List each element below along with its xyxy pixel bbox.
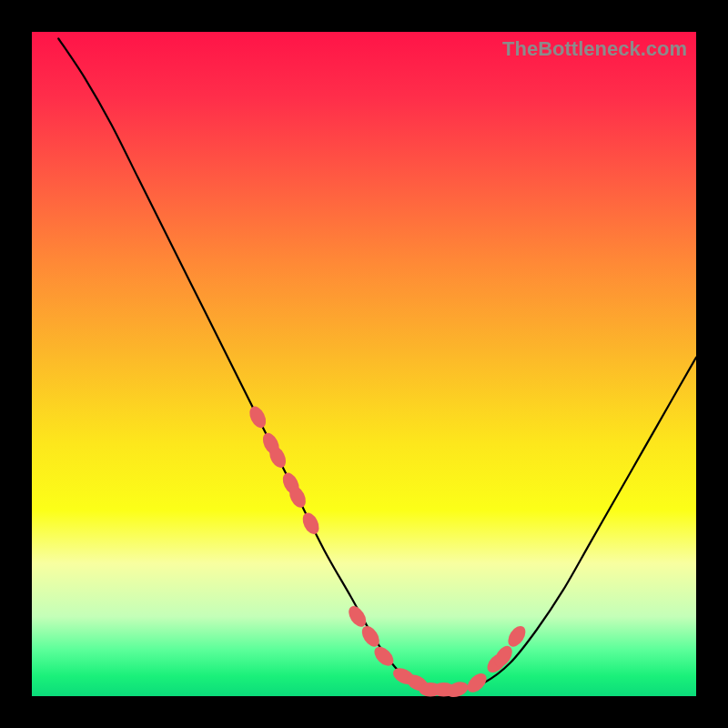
chart-container: TheBottleneck.com <box>0 0 728 728</box>
bottleneck-curve <box>58 38 696 691</box>
svg-point-13 <box>444 679 470 700</box>
svg-point-5 <box>299 510 322 536</box>
chart-svg <box>32 32 696 696</box>
highlight-dots <box>247 404 530 700</box>
svg-point-0 <box>247 404 269 430</box>
plot-area: TheBottleneck.com <box>32 32 696 696</box>
svg-point-14 <box>464 670 490 696</box>
